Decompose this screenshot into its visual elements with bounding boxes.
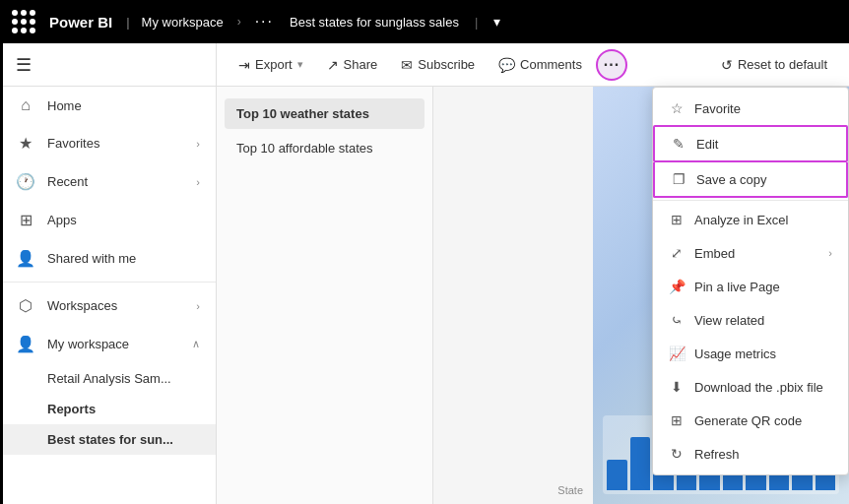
more-button-wrapper: ··· [596,49,627,81]
report-title: Best states for sunglass sales [290,15,459,30]
sidebar-item-workspaces[interactable]: ⬡ Workspaces › [0,286,216,325]
shared-icon: 👤 [16,249,35,268]
pages-panel: Top 10 weather states Top 10 affordable … [217,87,433,504]
title-dropdown-icon[interactable]: ▾ [493,14,500,30]
page-top10affordable-label: Top 10 affordable states [236,141,373,156]
edit-label: Edit [696,137,830,152]
sidebar: ☰ ⌂ Home ★ Favorites › 🕐 Recent › ⊞ Apps… [0,43,217,504]
reset-to-default-button[interactable]: ↺ Reset to default [711,51,837,79]
reset-label: Reset to default [738,57,827,72]
top-bar: Power BI | My workspace › ··· Best state… [0,0,849,43]
analyze-icon: ⊞ [669,212,685,227]
page-item-top10affordable[interactable]: Top 10 affordable states [225,133,424,163]
viewrelated-icon: ⤿ [669,312,685,328]
page-top10weather-label: Top 10 weather states [236,106,369,121]
menu-item-savecopy[interactable]: ❐ Save a copy [653,162,848,198]
sidebar-item-myworkspace[interactable]: 👤 My workspace ∧ [0,325,216,363]
recent-icon: 🕐 [16,172,35,191]
state-label: State [557,484,583,496]
chart-bar [607,460,627,490]
workspace-label[interactable]: My workspace [142,15,224,30]
usagemetrics-label: Usage metrics [694,346,832,361]
pinlivepage-icon: 📌 [669,279,685,294]
home-icon: ⌂ [16,96,35,114]
more-options-button[interactable]: ··· [596,49,627,81]
content-area: ⇥ Export ▾ ↗ Share ✉ Subscribe 💬 Comment… [217,43,849,504]
chart-bar [630,437,651,490]
menu-item-favorite[interactable]: ☆ Favorite [653,92,848,125]
app-launcher-icon[interactable] [12,10,35,33]
edit-icon: ✎ [671,136,686,152]
sidebar-sub-reports[interactable]: Reports [0,394,216,424]
sidebar-shared-label: Shared with me [47,251,200,266]
sidebar-myworkspace-label: My workspace [47,337,180,351]
sidebar-favorites-label: Favorites [47,136,184,151]
sidebar-item-favorites[interactable]: ★ Favorites › [0,124,216,162]
subscribe-button[interactable]: ✉ Subscribe [391,51,485,79]
comments-button[interactable]: 💬 Comments [489,51,592,79]
sidebar-item-apps[interactable]: ⊞ Apps [0,201,216,239]
myworkspace-icon: 👤 [16,335,35,353]
sidebar-header: ☰ [0,43,216,87]
savecopy-label: Save a copy [696,172,830,187]
sidebar-item-shared[interactable]: 👤 Shared with me [0,239,216,278]
refresh-label: Refresh [694,447,832,462]
sidebar-divider [0,282,216,283]
sidebar-recent-label: Recent [47,174,184,189]
sidebar-item-home[interactable]: ⌂ Home [0,87,216,124]
subscribe-icon: ✉ [401,57,413,73]
refresh-icon: ↻ [669,446,685,462]
share-icon: ↗ [327,57,339,73]
embed-chevron-icon: › [828,247,832,259]
brand-name: Power BI [49,14,112,31]
workspace-chevron: › [237,15,241,29]
favorites-icon: ★ [16,134,35,153]
workspaces-chevron-icon: › [196,300,200,312]
menu-item-viewrelated[interactable]: ⤿ View related [653,303,848,337]
menu-item-qrcode[interactable]: ⊞ Generate QR code [653,404,848,437]
savecopy-icon: ❐ [671,171,686,187]
favorites-chevron-icon: › [196,138,200,150]
dropdown-menu: ☆ Favorite ✎ Edit ❐ Save a copy ⊞ Analy [652,87,849,475]
viewrelated-label: View related [694,313,832,328]
favorite-label: Favorite [694,101,832,116]
myworkspace-chevron-icon: ∧ [192,338,200,350]
subscribe-label: Subscribe [418,57,475,72]
reports-label: Reports [47,402,96,416]
export-icon: ⇥ [238,57,250,73]
sidebar-sub-retail[interactable]: Retail Analysis Sam... [0,363,216,394]
menu-item-analyze[interactable]: ⊞ Analyze in Excel [653,203,848,236]
hamburger-menu-button[interactable]: ☰ [16,54,32,76]
analyze-label: Analyze in Excel [694,213,832,227]
page-item-top10weather[interactable]: Top 10 weather states [225,98,424,129]
favorite-icon: ☆ [669,100,685,116]
title-pipe: | [475,15,478,30]
recent-chevron-icon: › [196,176,200,188]
qrcode-icon: ⊞ [669,412,685,428]
qrcode-label: Generate QR code [694,413,832,428]
retail-label: Retail Analysis Sam... [47,371,171,386]
export-button[interactable]: ⇥ Export ▾ [229,51,313,79]
embed-label: Embed [694,246,818,261]
menu-item-edit[interactable]: ✎ Edit [653,125,848,162]
menu-item-usagemetrics[interactable]: 📈 Usage metrics [653,337,848,370]
menu-divider-1 [653,200,848,201]
sidebar-workspaces-label: Workspaces [47,298,184,313]
menu-item-embed[interactable]: ⤢ Embed › [653,236,848,270]
sidebar-home-label: Home [47,98,200,113]
comments-label: Comments [520,57,582,72]
menu-item-refresh[interactable]: ↻ Refresh [653,437,848,471]
bestsales-label: Best states for sun... [47,432,173,447]
sidebar-item-recent[interactable]: 🕐 Recent › [0,162,216,201]
main-layout: ☰ ⌂ Home ★ Favorites › 🕐 Recent › ⊞ Apps… [0,43,849,504]
workspaces-icon: ⬡ [16,296,35,315]
sidebar-sub-bestsales[interactable]: Best states for sun... [0,424,216,455]
download-label: Download the .pbix file [694,380,832,395]
menu-item-download[interactable]: ⬇ Download the .pbix file [653,370,848,404]
breadcrumb-more-button[interactable]: ··· [255,13,274,31]
embed-icon: ⤢ [669,245,685,261]
menu-item-pinlivepage[interactable]: 📌 Pin a live Page [653,270,848,303]
active-indicator [0,43,3,504]
share-button[interactable]: ↗ Share [317,51,388,79]
comments-icon: 💬 [498,57,515,73]
